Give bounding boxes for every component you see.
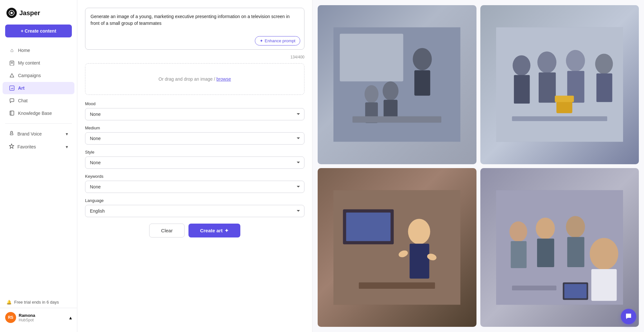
action-bar: Clear Create art ✦ bbox=[85, 224, 304, 237]
svg-point-8 bbox=[11, 131, 13, 133]
create-art-button[interactable]: Create art ✦ bbox=[188, 224, 240, 237]
sidebar-item-label: Brand Voice bbox=[17, 131, 42, 136]
result-image-3[interactable] bbox=[318, 168, 476, 327]
svg-rect-53 bbox=[512, 286, 556, 290]
svg-point-47 bbox=[566, 216, 585, 237]
svg-rect-24 bbox=[539, 73, 556, 103]
svg-rect-29 bbox=[556, 101, 572, 113]
medium-select[interactable]: None Oil painting Watercolor Digital art… bbox=[85, 132, 304, 145]
upload-area[interactable]: Or drag and drop an image / browse bbox=[85, 63, 304, 95]
art-icon bbox=[9, 85, 15, 91]
svg-point-49 bbox=[590, 238, 618, 270]
browse-link[interactable]: browse bbox=[216, 76, 231, 82]
home-icon: ⌂ bbox=[9, 47, 15, 53]
mood-field-group: Mood None Happy Serious Calm Energetic bbox=[85, 101, 304, 120]
trial-banner: 🔔 Free trial ends in 6 days bbox=[0, 297, 77, 308]
svg-point-45 bbox=[536, 217, 555, 239]
avatar: RS bbox=[5, 312, 16, 323]
create-content-button[interactable]: + Create content bbox=[5, 25, 72, 37]
char-count: 134/400 bbox=[85, 55, 304, 59]
knowledge-base-icon bbox=[9, 110, 15, 116]
create-art-icon: ✦ bbox=[225, 228, 229, 234]
logo-icon bbox=[6, 8, 17, 18]
brand-voice-icon bbox=[9, 131, 14, 137]
chevron-up-icon: ▴ bbox=[69, 315, 72, 321]
medium-label: Medium bbox=[85, 126, 304, 130]
prompt-box: Generate an image of a young, marketing … bbox=[85, 8, 304, 50]
sidebar-item-brand-voice[interactable]: Brand Voice ▾ bbox=[3, 127, 74, 140]
enhance-icon: ✦ bbox=[260, 38, 263, 43]
keywords-select[interactable]: None bbox=[85, 181, 304, 193]
svg-rect-46 bbox=[537, 238, 554, 267]
mood-select[interactable]: None Happy Serious Calm Energetic bbox=[85, 108, 304, 120]
svg-point-27 bbox=[595, 54, 613, 74]
prompt-text: Generate an image of a young, marketing … bbox=[91, 13, 299, 27]
sidebar-item-label: My content bbox=[18, 60, 40, 65]
language-label: Language bbox=[85, 198, 304, 203]
sidebar-item-my-content[interactable]: My content bbox=[3, 57, 74, 69]
svg-rect-44 bbox=[511, 241, 526, 268]
sidebar-item-label: Art bbox=[18, 86, 24, 91]
clear-button[interactable]: Clear bbox=[149, 224, 185, 237]
svg-rect-7 bbox=[11, 111, 14, 115]
sidebar-nav: ⌂ Home My content Campaigns Art Chat bbox=[0, 44, 77, 153]
svg-point-43 bbox=[509, 221, 527, 242]
my-content-icon bbox=[9, 60, 15, 66]
sidebar-item-favorites[interactable]: Favorites ▾ bbox=[3, 140, 74, 153]
style-label: Style bbox=[85, 150, 304, 155]
svg-point-12 bbox=[413, 48, 432, 70]
language-select[interactable]: English Spanish French German Japanese bbox=[85, 205, 304, 217]
svg-point-14 bbox=[383, 81, 399, 100]
medium-field-group: Medium None Oil painting Watercolor Digi… bbox=[85, 126, 304, 145]
keywords-field-group: Keywords None bbox=[85, 174, 304, 193]
sidebar-item-chat[interactable]: Chat bbox=[3, 95, 74, 107]
sidebar-item-label: Campaigns bbox=[18, 73, 41, 78]
sidebar-item-label: Home bbox=[18, 48, 30, 53]
result-image-4[interactable] bbox=[480, 168, 639, 327]
svg-point-21 bbox=[513, 55, 530, 76]
svg-rect-52 bbox=[564, 284, 587, 298]
enhance-prompt-button[interactable]: ✦ Enhance prompt bbox=[255, 36, 300, 45]
mood-label: Mood bbox=[85, 101, 304, 106]
svg-marker-9 bbox=[9, 144, 14, 148]
svg-rect-35 bbox=[346, 212, 391, 241]
image-results-grid bbox=[312, 0, 644, 332]
sidebar-item-home[interactable]: ⌂ Home bbox=[3, 44, 74, 56]
svg-point-16 bbox=[365, 85, 379, 103]
trial-icon: 🔔 bbox=[6, 300, 12, 305]
result-image-2[interactable] bbox=[480, 5, 639, 164]
style-select[interactable]: None Realistic Abstract Cartoon Minimali… bbox=[85, 156, 304, 169]
language-field-group: Language English Spanish French German J… bbox=[85, 198, 304, 217]
trial-text: Free trial ends in 6 days bbox=[14, 300, 59, 305]
sidebar-item-art[interactable]: Art bbox=[3, 82, 74, 94]
user-name: Ramona bbox=[19, 313, 35, 318]
style-field-group: Style None Realistic Abstract Cartoon Mi… bbox=[85, 150, 304, 169]
create-art-label: Create art bbox=[200, 228, 223, 233]
main-content: Generate an image of a young, marketing … bbox=[77, 0, 644, 332]
sidebar-divider bbox=[5, 123, 72, 124]
svg-rect-22 bbox=[514, 75, 530, 104]
chat-fab-button[interactable] bbox=[621, 309, 636, 324]
favorites-icon bbox=[9, 144, 14, 150]
sidebar-item-campaigns[interactable]: Campaigns bbox=[3, 69, 74, 82]
svg-point-1 bbox=[10, 12, 13, 14]
chat-icon bbox=[9, 98, 15, 104]
svg-rect-28 bbox=[596, 74, 612, 102]
svg-rect-11 bbox=[340, 34, 403, 82]
keywords-label: Keywords bbox=[85, 174, 304, 179]
user-section[interactable]: RS Ramona HubSpot ▴ bbox=[0, 308, 77, 327]
svg-point-25 bbox=[566, 50, 585, 72]
svg-rect-37 bbox=[410, 244, 429, 278]
svg-rect-13 bbox=[414, 70, 430, 96]
svg-rect-30 bbox=[555, 96, 574, 102]
result-image-1[interactable] bbox=[318, 5, 476, 164]
sidebar-item-label: Knowledge Base bbox=[18, 111, 52, 116]
sidebar-item-knowledge-base[interactable]: Knowledge Base bbox=[3, 107, 74, 119]
upload-text: Or drag and drop an image / bbox=[159, 76, 216, 82]
sidebar-item-label: Favorites bbox=[17, 144, 36, 149]
svg-rect-18 bbox=[352, 116, 441, 123]
svg-rect-40 bbox=[359, 282, 435, 289]
svg-point-23 bbox=[537, 52, 556, 73]
enhance-label: Enhance prompt bbox=[265, 38, 295, 43]
app-logo: Jasper bbox=[0, 5, 77, 25]
